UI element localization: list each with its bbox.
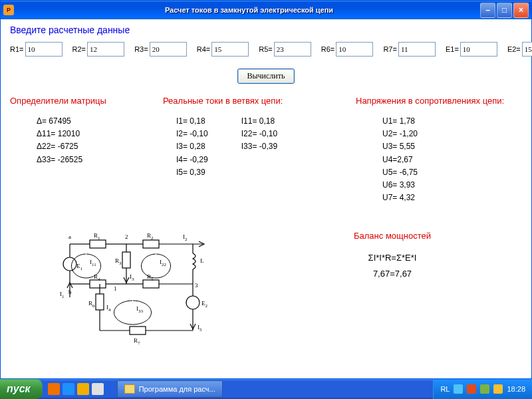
det-item: Δ33= -26525 (37, 154, 143, 166)
svg-text:R1: R1 (94, 232, 100, 241)
svg-text:I22: I22 (160, 259, 167, 267)
svg-text:a: a (68, 233, 71, 240)
e1-input[interactable] (460, 42, 497, 57)
client-area: Введите расчетные данные R1= R2= R3= R4=… (1, 19, 531, 357)
titlebar[interactable]: P Расчет токов в замкнутой электрической… (1, 1, 531, 19)
svg-text:E1: E1 (76, 263, 83, 271)
svg-text:2: 2 (125, 233, 128, 240)
taskbar[interactable]: пуск Программа для расч... RL 18:28 (0, 379, 532, 399)
svg-text:E2: E2 (201, 300, 208, 309)
e2-label: E2= (507, 45, 521, 53)
svg-text:I4: I4 (106, 304, 111, 313)
input-row: R1= R2= R3= R4= R5= R6= R7= E1= E2= (10, 42, 522, 57)
svg-text:R7: R7 (134, 337, 140, 346)
balance-eq1: ΣI*I*R=Σ*E*I (263, 250, 522, 265)
cur-item: I11= 0,18 (241, 115, 277, 128)
taskbar-task[interactable]: Программа для расч... (117, 380, 223, 398)
cur-item: I1= 0,18 (176, 115, 208, 128)
r3-label: R3= (134, 45, 148, 53)
det-item: Δ11= 12010 (37, 128, 143, 140)
currents-title: Реальные токи в ветвях цепи: (163, 96, 336, 106)
maximize-button[interactable]: □ (497, 3, 512, 18)
voltages-values: U1= 1,78 U2= -1,20 U3= 5,55 U4=2,67 U5= … (356, 115, 522, 204)
e2-input[interactable] (522, 42, 532, 57)
svg-text:1: 1 (114, 285, 117, 292)
lang-indicator[interactable]: RL (440, 385, 450, 393)
balance-title: Баланс мощностей (263, 231, 522, 241)
tray-icon[interactable] (467, 384, 476, 394)
tray-icon[interactable] (480, 384, 489, 394)
r2-label: R2= (72, 45, 86, 53)
r2-input[interactable] (87, 42, 124, 57)
volt-item: U2= -1,20 (382, 128, 522, 140)
input-legend: Введите расчетные данные (10, 25, 522, 35)
svg-text:I5: I5 (198, 324, 202, 332)
minimize-button[interactable]: – (480, 3, 495, 18)
det-item: Δ= 67495 (37, 115, 143, 128)
svg-text:I2: I2 (183, 233, 188, 242)
r1-input[interactable] (25, 42, 63, 57)
ql-icon[interactable] (48, 383, 60, 395)
volt-item: U1= 1,78 (382, 115, 522, 128)
svg-text:R4: R4 (94, 273, 100, 282)
svg-text:R2: R2 (147, 232, 154, 241)
clock[interactable]: 18:28 (507, 385, 525, 393)
svg-text:I3: I3 (130, 273, 134, 282)
svg-text:R3: R3 (115, 257, 122, 266)
svg-rect-10 (122, 252, 130, 268)
svg-rect-27 (130, 327, 146, 334)
r6-input[interactable] (336, 42, 373, 57)
window-title: Расчет токов в замкнутой электрической ц… (18, 6, 480, 14)
r5-input[interactable] (274, 42, 311, 57)
ql-icon[interactable] (63, 383, 74, 395)
r4-label: R4= (197, 45, 211, 53)
volt-item: U4=2,67 (382, 154, 522, 166)
cur-item: I2= -0,10 (176, 128, 208, 140)
r7-label: R7= (383, 45, 397, 53)
svg-text:I11: I11 (90, 259, 96, 267)
svg-rect-4 (143, 240, 159, 248)
svg-text:b: b (68, 289, 72, 295)
cur-item: I3= 0,28 (176, 140, 208, 153)
folder-icon (124, 384, 135, 394)
start-button[interactable]: пуск (0, 379, 43, 399)
det-item: Δ22= -6725 (37, 140, 143, 153)
svg-point-7 (63, 257, 76, 271)
svg-point-24 (186, 296, 200, 309)
svg-rect-1 (90, 240, 106, 248)
system-tray[interactable]: RL 18:28 (433, 379, 532, 399)
ql-icon[interactable] (77, 383, 89, 395)
determinants-title: Определители матрицы (10, 96, 143, 106)
volt-item: U7= 4,32 (382, 192, 522, 204)
cur-item: I4= -0,29 (176, 154, 208, 166)
svg-text:R6: R6 (88, 300, 95, 309)
calculate-button[interactable]: Вычислить (237, 68, 295, 84)
start-label: пуск (7, 383, 31, 395)
svg-text:3: 3 (195, 282, 198, 289)
svg-text:L: L (200, 257, 204, 264)
svg-text:I33: I33 (136, 305, 144, 314)
r4-input[interactable] (211, 42, 249, 57)
volt-item: U3= 5,55 (382, 140, 522, 153)
ql-icon[interactable] (92, 383, 104, 395)
determinants-values: Δ= 67495 Δ11= 12010 Δ22= -6725 Δ33= -265… (10, 115, 143, 166)
svg-rect-21 (96, 294, 104, 310)
tray-icon[interactable] (454, 384, 463, 394)
app-icon: P (3, 5, 14, 15)
task-label: Программа для расч... (139, 385, 215, 393)
tray-icon[interactable] (493, 384, 503, 394)
volt-item: U6= 3,93 (382, 179, 522, 192)
r5-label: R5= (259, 45, 273, 53)
r3-input[interactable] (150, 42, 187, 57)
close-button[interactable]: × (513, 3, 529, 18)
e1-label: E1= (446, 45, 459, 53)
cur-item: I33= -0,39 (241, 140, 277, 153)
r7-input[interactable] (398, 42, 436, 57)
currents-right: I11= 0,18 I22= -0,10 I33= -0,39 (241, 115, 277, 179)
svg-text:I1: I1 (60, 291, 65, 299)
svg-text:R5: R5 (147, 273, 154, 282)
balance-eq2: 7,67=7,67 (263, 266, 522, 281)
cur-item: I5= 0,39 (176, 166, 208, 179)
cur-item: I22= -0,10 (241, 128, 277, 140)
quick-launch (48, 383, 104, 395)
